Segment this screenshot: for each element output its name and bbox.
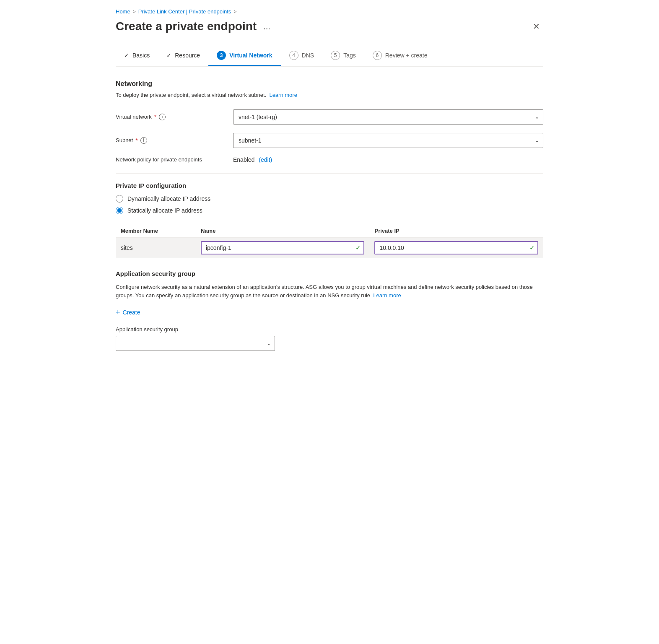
- virtual-network-label: Virtual network * i: [116, 114, 225, 120]
- name-input-wrapper: ✓: [201, 241, 365, 254]
- ip-radio-group: Dynamically allocate IP address Statical…: [116, 195, 543, 214]
- networking-section: Networking To deploy the private endpoin…: [116, 80, 543, 163]
- tab-resource[interactable]: ✓ Resource: [158, 47, 208, 65]
- create-asg-button[interactable]: + Create: [116, 307, 140, 318]
- name-input-check: ✓: [355, 244, 361, 252]
- cell-name: ✓: [196, 237, 370, 258]
- divider-1: [116, 173, 543, 174]
- breadcrumb-home[interactable]: Home: [116, 8, 130, 15]
- subnet-dropdown-wrapper: subnet-1 ⌄: [233, 133, 543, 148]
- networking-learn-more[interactable]: Learn more: [269, 92, 297, 98]
- page-header: Create a private endpoint ... ✕: [116, 20, 543, 33]
- subnet-required: *: [135, 137, 138, 144]
- asg-description: Configure network security as a natural …: [116, 283, 543, 301]
- subnet-label: Subnet * i: [116, 137, 225, 144]
- ip-input-wrapper: ✓: [374, 241, 538, 254]
- tab-resource-label: Resource: [175, 52, 200, 59]
- radio-static[interactable]: Statically allocate IP address: [116, 207, 543, 214]
- breadcrumb-sep-2: >: [234, 9, 236, 15]
- subnet-info-icon[interactable]: i: [140, 137, 147, 144]
- page-title-area: Create a private endpoint ...: [116, 20, 273, 33]
- asg-section: Application security group Configure net…: [116, 270, 543, 351]
- private-ip-section: Private IP configuration Dynamically all…: [116, 182, 543, 258]
- page-title: Create a private endpoint: [116, 20, 257, 33]
- radio-static-label: Statically allocate IP address: [127, 207, 202, 214]
- network-policy-edit[interactable]: (edit): [259, 156, 272, 163]
- network-policy-value: Enabled (edit): [233, 156, 272, 163]
- radio-dynamic-label: Dynamically allocate IP address: [127, 195, 210, 202]
- plus-icon: +: [116, 309, 120, 316]
- cell-member-name: sites: [116, 237, 196, 258]
- tab-tags[interactable]: 5 Tags: [322, 46, 364, 66]
- tab-basics[interactable]: ✓ Basics: [116, 47, 158, 65]
- close-button[interactable]: ✕: [529, 21, 543, 32]
- virtual-network-control: vnet-1 (test-rg) ⌄: [233, 109, 543, 125]
- vnet-required: *: [154, 114, 156, 120]
- tab-basics-label: Basics: [132, 52, 150, 59]
- tab-dns-circle: 4: [289, 51, 298, 60]
- radio-dynamic[interactable]: Dynamically allocate IP address: [116, 195, 543, 203]
- tab-vnet-label: Virtual Network: [229, 52, 272, 59]
- breadcrumb-private-link[interactable]: Private Link Center | Private endpoints: [138, 8, 231, 15]
- subnet-row: Subnet * i subnet-1 ⌄: [116, 133, 543, 148]
- radio-dynamic-input[interactable]: [116, 195, 123, 203]
- asg-dropdown-wrapper: ⌄: [116, 336, 275, 351]
- asg-learn-more[interactable]: Learn more: [373, 292, 401, 299]
- network-policy-label: Network policy for private endpoints: [116, 156, 225, 163]
- virtual-network-dropdown-wrapper: vnet-1 (test-rg) ⌄: [233, 109, 543, 125]
- radio-static-input[interactable]: [116, 207, 123, 214]
- name-input[interactable]: [201, 241, 365, 254]
- tab-review-circle: 6: [373, 51, 382, 60]
- tab-basics-check: ✓: [124, 52, 129, 59]
- tab-vnet-circle: 3: [217, 51, 226, 60]
- ip-input-check: ✓: [529, 244, 535, 252]
- cell-private-ip: ✓: [369, 237, 543, 258]
- tab-review-create-label: Review + create: [385, 52, 428, 59]
- ellipsis-button[interactable]: ...: [261, 21, 273, 32]
- vnet-info-icon[interactable]: i: [159, 114, 166, 120]
- tab-tags-label: Tags: [343, 52, 356, 59]
- subnet-dropdown[interactable]: subnet-1: [233, 133, 543, 148]
- col-member-name: Member Name: [116, 224, 196, 238]
- tab-dns[interactable]: 4 DNS: [281, 46, 323, 66]
- private-ip-input[interactable]: [374, 241, 538, 254]
- networking-title: Networking: [116, 80, 543, 88]
- breadcrumb-sep-1: >: [133, 9, 136, 15]
- networking-description: To deploy the private endpoint, select a…: [116, 91, 543, 99]
- ip-table-header-row: Member Name Name Private IP: [116, 224, 543, 238]
- virtual-network-dropdown[interactable]: vnet-1 (test-rg): [233, 109, 543, 125]
- asg-dropdown[interactable]: [116, 336, 275, 351]
- col-private-ip: Private IP: [369, 224, 543, 238]
- col-name: Name: [196, 224, 370, 238]
- ip-config-table: Member Name Name Private IP sites ✓: [116, 224, 543, 258]
- wizard-tabs: ✓ Basics ✓ Resource 3 Virtual Network 4 …: [116, 46, 543, 67]
- subnet-control: subnet-1 ⌄: [233, 133, 543, 148]
- breadcrumb: Home > Private Link Center | Private end…: [116, 8, 543, 15]
- tab-dns-label: DNS: [302, 52, 314, 59]
- network-policy-row: Network policy for private endpoints Ena…: [116, 156, 543, 163]
- tab-tags-circle: 5: [331, 51, 340, 60]
- virtual-network-row: Virtual network * i vnet-1 (test-rg) ⌄: [116, 109, 543, 125]
- tab-resource-check: ✓: [166, 52, 171, 59]
- private-ip-title: Private IP configuration: [116, 182, 543, 189]
- asg-field-label: Application security group: [116, 326, 543, 332]
- asg-title: Application security group: [116, 270, 543, 277]
- table-row: sites ✓ ✓: [116, 237, 543, 258]
- tab-virtual-network[interactable]: 3 Virtual Network: [208, 46, 280, 66]
- tab-review-create[interactable]: 6 Review + create: [364, 46, 436, 66]
